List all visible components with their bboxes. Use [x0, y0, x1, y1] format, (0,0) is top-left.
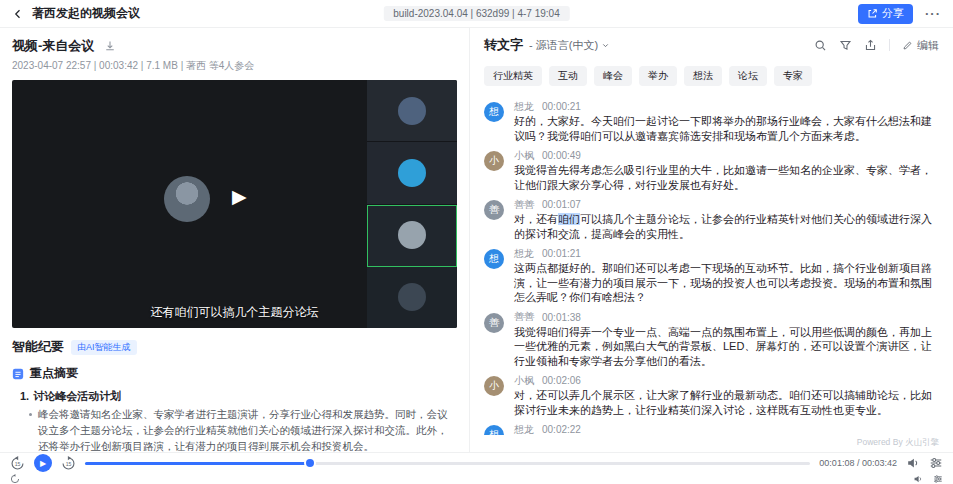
- progress-bar[interactable]: [85, 462, 810, 465]
- progress-fill: [85, 462, 310, 465]
- timestamp[interactable]: 00:00:21: [542, 101, 581, 112]
- volume-icon[interactable]: [906, 456, 920, 470]
- app-window: 著西发起的视频会议 build-2023.04.04 | 632d99 | 4-…: [0, 0, 953, 484]
- search-icon[interactable]: [814, 39, 827, 52]
- skip-back-15-button[interactable]: 15: [10, 456, 25, 471]
- tag-chip[interactable]: 想法: [684, 66, 722, 86]
- tag-chip[interactable]: 峰会: [594, 66, 632, 86]
- playback-settings-icon[interactable]: [929, 456, 943, 470]
- topbar: 著西发起的视频会议 build-2023.04.04 | 632d99 | 4-…: [0, 0, 953, 28]
- video-player[interactable]: ▶ 还有咱们可以搞几个主题分论坛: [12, 80, 457, 328]
- avatar: 小: [484, 151, 504, 171]
- avatar: 想: [484, 249, 504, 269]
- skip-back-15-icon[interactable]: [10, 474, 20, 484]
- transcript-title: 转文字: [484, 36, 523, 54]
- participant-avatar: [398, 159, 426, 187]
- time-display: 00:01:08 / 00:03:42: [819, 458, 897, 468]
- transcript-message: 想 想龙00:02:22 你们说的对。我还想补充一下，咱们可以考虑设置一个晚宴环…: [484, 423, 939, 435]
- avatar: 小: [484, 376, 504, 396]
- chevron-down-icon: [601, 41, 610, 50]
- edit-icon: [902, 40, 913, 51]
- avatar: 善: [484, 200, 504, 220]
- highlighted-word: 咱们: [558, 213, 580, 225]
- avatar: 想: [484, 425, 504, 435]
- transcript-panel: 转文字 - 源语言(中文): [470, 28, 953, 452]
- avatar: 想: [484, 102, 504, 122]
- download-icon[interactable]: [104, 40, 116, 52]
- participant-avatar: [398, 221, 426, 249]
- volume-icon-small[interactable]: [913, 474, 923, 484]
- subtitle-text: 还有咱们可以搞几个主题分论坛: [12, 304, 457, 321]
- share-button[interactable]: 分享: [858, 4, 913, 24]
- speaker-name: 小枫: [514, 149, 534, 163]
- speaker-name: 善善: [514, 310, 534, 324]
- summary-item: 1.讨论峰会活动计划 峰会将邀请知名企业家、专家学者进行主题演讲，分享行业心得和…: [12, 389, 457, 452]
- transcript-message: 善 善善00:01:07 对，还有咱们可以搞几个主题分论坛，让参会的行业精英针对…: [484, 198, 939, 241]
- back-arrow-icon: [12, 8, 24, 20]
- tag-chip[interactable]: 行业精英: [484, 66, 542, 86]
- message-text[interactable]: 我觉得首先得考虑怎么吸引行业里的大牛，比如邀请一些知名的企业家、专家、学者，让他…: [514, 163, 939, 192]
- skip-forward-15-button[interactable]: 15: [61, 456, 76, 471]
- video-title: 视频-来自会议: [12, 37, 94, 55]
- language-selector[interactable]: - 源语言(中文): [529, 38, 610, 53]
- secondary-player-bar: [0, 473, 953, 484]
- participant-thumbnail: [367, 80, 457, 142]
- speaker-name: 善善: [514, 198, 534, 212]
- powered-by: Powered By 火山引擎: [470, 435, 953, 452]
- export-icon[interactable]: [864, 39, 877, 52]
- transcript-messages[interactable]: 想 想龙00:00:21 好的，大家好。今天咱们一起讨论一下即将举办的那场行业峰…: [470, 94, 953, 435]
- timestamp[interactable]: 00:01:21: [542, 248, 581, 259]
- message-text[interactable]: 对，还有咱们可以搞几个主题分论坛，让参会的行业精英针对他们关心的领域进行深入的探…: [514, 212, 939, 241]
- list-icon: [12, 368, 24, 380]
- svg-text:15: 15: [66, 460, 72, 466]
- build-badge: build-2023.04.04 | 632d99 | 4-7 19:04: [383, 6, 569, 21]
- speaker-name: 想龙: [514, 423, 534, 435]
- participant-thumbnail: [367, 142, 457, 204]
- tag-chip[interactable]: 互动: [549, 66, 587, 86]
- ai-badge: 由AI智能生成: [71, 340, 137, 355]
- main-area: 视频-来自会议 2023-04-07 22:57 | 00:03:42 | 7.…: [0, 28, 953, 452]
- transcript-message: 善 善善00:01:38 我觉得咱们得弄一个专业一点、高端一点的氛围布置上，可以…: [484, 311, 939, 369]
- svg-text:15: 15: [15, 460, 21, 466]
- summary-section-title: 重点摘要: [30, 365, 78, 382]
- back-button[interactable]: 著西发起的视频会议: [12, 5, 140, 22]
- avatar: 善: [484, 313, 504, 333]
- timestamp[interactable]: 00:02:06: [542, 375, 581, 386]
- speaker-avatar: [164, 176, 210, 222]
- participant-thumbnail-active: [367, 205, 457, 267]
- play-icon[interactable]: ▶: [232, 187, 247, 206]
- tag-chip[interactable]: 论坛: [729, 66, 767, 86]
- speaker-name: 想龙: [514, 247, 534, 261]
- share-icon: [867, 8, 878, 19]
- timestamp[interactable]: 00:01:07: [542, 199, 581, 210]
- divider: [889, 39, 890, 51]
- transcript-message: 小 小枫00:02:06 对，还可以弄几个展示区，让大家了解行业的最新动态。咱们…: [484, 374, 939, 417]
- keyword-tags: 行业精英 互动 峰会 举办 想法 论坛 专家: [470, 62, 953, 94]
- summary-item-title: 讨论峰会活动计划: [33, 390, 121, 402]
- filter-icon[interactable]: [839, 39, 852, 52]
- transcript-message: 想 想龙00:01:21 这两点都挺好的。那咱们还可以考虑一下现场的互动环节。比…: [484, 247, 939, 305]
- summary-title: 智能纪要: [12, 338, 64, 356]
- message-text[interactable]: 好的，大家好。今天咱们一起讨论一下即将举办的那场行业峰会，大家有什么想法和建议吗…: [514, 114, 939, 143]
- timestamp[interactable]: 00:02:22: [542, 424, 581, 435]
- video-meta: 2023-04-07 22:57 | 00:03:42 | 7.1 MB | 著…: [0, 55, 469, 80]
- speaker-name: 小枫: [514, 374, 534, 388]
- message-text[interactable]: 我觉得咱们得弄一个专业一点、高端一点的氛围布置上，可以用些低调的颜色，再加上一些…: [514, 325, 939, 369]
- settings-icon-small[interactable]: [933, 474, 943, 484]
- topbar-actions: 分享 ···: [858, 4, 941, 24]
- message-text[interactable]: 这两点都挺好的。那咱们还可以考虑一下现场的互动环节。比如，搞个行业创新项目路演，…: [514, 261, 939, 305]
- edit-button[interactable]: 编辑: [902, 38, 939, 53]
- participant-avatar: [398, 97, 426, 125]
- timestamp[interactable]: 00:00:49: [542, 150, 581, 161]
- participant-strip: [367, 80, 457, 328]
- play-button[interactable]: ▶: [34, 454, 52, 472]
- more-button[interactable]: ···: [925, 6, 941, 21]
- tag-chip[interactable]: 举办: [639, 66, 677, 86]
- smart-summary: 智能纪要 由AI智能生成 重点摘要 1.讨论峰会活动计划 峰会将邀请知名企业家、…: [0, 328, 469, 452]
- transcript-header: 转文字 - 源语言(中文): [470, 28, 953, 62]
- page-title: 著西发起的视频会议: [32, 5, 140, 22]
- timestamp[interactable]: 00:01:38: [542, 312, 581, 323]
- tag-chip[interactable]: 专家: [774, 66, 812, 86]
- message-text[interactable]: 对，还可以弄几个展示区，让大家了解行业的最新动态。咱们还可以搞辅助论坛，比如探讨…: [514, 388, 939, 417]
- progress-thumb[interactable]: [306, 459, 314, 467]
